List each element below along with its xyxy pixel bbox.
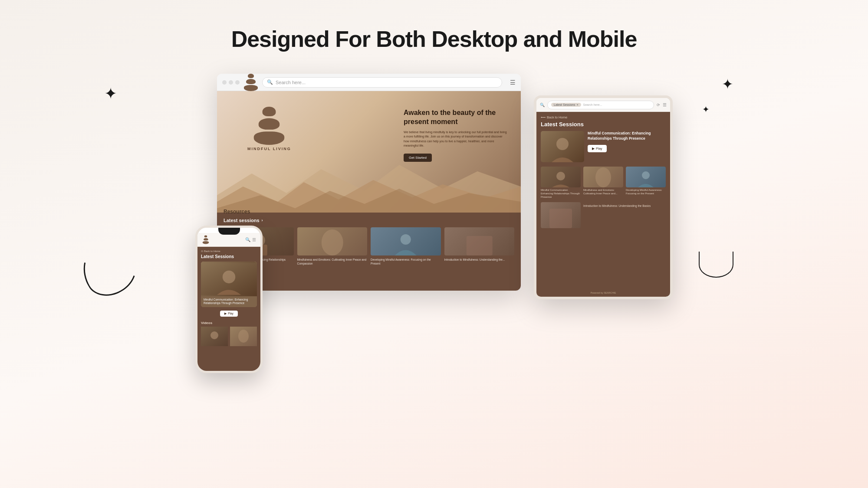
desktop-sessions-title: Latest sessions › xyxy=(224,218,514,223)
stone-top xyxy=(248,74,254,78)
phone-featured-card: Mindful Communication: Enhancing Relatio… xyxy=(201,262,257,307)
tablet-featured-info: Mindful Communication: Enhancing Relatio… xyxy=(588,131,666,152)
tablet-grid-item-1: Mindful Communication Enhancing Relation… xyxy=(541,167,581,199)
phone-body: ⊙ Back to Home Latest Sessions xyxy=(197,247,260,371)
tablet-grid-title-2: Mindfulness and Emotions: Cultivating In… xyxy=(583,189,623,196)
tablet-grid-title-1: Mindful Communication Enhancing Relation… xyxy=(541,189,581,199)
tag-close-icon[interactable]: × xyxy=(576,103,578,106)
session-card-2: Mindfulness and Emotions: Cultivating In… xyxy=(297,227,368,265)
sessions-arrow: › xyxy=(262,218,263,223)
tablet-featured-session: Mindful Communication: Enhancing Relatio… xyxy=(536,131,670,167)
phone-play-icon: ▶ xyxy=(224,312,227,315)
desktop-hero-logo: MINDFUL LIVING xyxy=(247,117,291,151)
svg-point-11 xyxy=(223,271,235,283)
phone-back-circle-icon: ⊙ xyxy=(201,249,203,252)
phone-notch xyxy=(218,228,240,235)
get-started-button[interactable]: Get Started xyxy=(404,154,432,162)
svg-point-7 xyxy=(595,167,611,187)
desktop-search-bar[interactable]: 🔍 Search here... xyxy=(262,77,502,88)
phone-featured-title: Mindful Communication: Enhancing Relatio… xyxy=(201,296,257,307)
tablet-sessions-title: Latest Sessions xyxy=(536,121,670,131)
phone-play-button[interactable]: ▶ Play xyxy=(220,311,238,317)
phone-header-icons: 🔍 ☰ xyxy=(245,237,256,242)
session-cards: Mindful Communication: Enhancing Relatio… xyxy=(224,227,514,265)
stone-mid xyxy=(246,79,256,84)
page-title: Designed For Both Desktop and Mobile xyxy=(231,26,637,52)
phone-stone-icon xyxy=(203,236,209,244)
tablet-search-tag: Latest Sessions × xyxy=(551,103,581,107)
tablet-grid-thumb-3 xyxy=(626,167,666,187)
svg-point-6 xyxy=(556,172,565,180)
tablet-grid-thumb-1 xyxy=(541,167,581,187)
svg-point-8 xyxy=(642,171,650,179)
tablet-grid-thumb-2 xyxy=(583,167,623,187)
tablet-hamburger-icon[interactable]: ☰ xyxy=(663,102,667,107)
hamburger-icon[interactable]: ☰ xyxy=(510,79,516,86)
desktop-browser-bar: 🔍 Search here... ☰ xyxy=(217,74,521,91)
search-icon: 🔍 xyxy=(267,79,273,85)
phone-videos-row xyxy=(197,327,260,346)
phone-logo xyxy=(202,234,210,245)
tablet-bottom-thumb xyxy=(541,202,581,228)
tablet-refresh-icon: ⟳ xyxy=(657,103,660,107)
tablet-grid: Mindful Communication Enhancing Relation… xyxy=(536,167,670,202)
session-card-4: Introduction to Mindfulness: Understandi… xyxy=(444,227,515,265)
star-decoration-3: ✦ xyxy=(702,104,710,115)
tablet-mockup: 🔍 Latest Sessions × Search here... ⟳ ☰ ⟵… xyxy=(534,95,673,299)
svg-rect-4 xyxy=(466,236,492,255)
phone-header: 🔍 ☰ xyxy=(197,233,260,247)
browser-dots xyxy=(222,80,240,85)
svg-point-15 xyxy=(238,330,249,343)
browser-dot-3 xyxy=(235,80,240,85)
svg-point-5 xyxy=(556,138,569,150)
phone-video-thumb-1 xyxy=(201,327,228,346)
resources-label: Resources xyxy=(224,209,250,215)
tablet-featured-thumb xyxy=(541,131,584,162)
hero-mountains xyxy=(217,160,521,213)
tablet-search-bar[interactable]: Latest Sessions × Search here... xyxy=(547,101,654,109)
desktop-hero: MINDFUL LIVING Awaken to the beauty of t… xyxy=(217,91,521,213)
browser-dot-2 xyxy=(229,80,233,85)
play-icon: ▶ xyxy=(592,147,595,151)
desktop-logo-small xyxy=(244,74,258,91)
star-decoration-1: ✦ xyxy=(104,85,117,103)
session-card-title-2: Mindfulness and Emotions: Cultivating In… xyxy=(297,258,368,265)
desktop-hero-text: Awaken to the beauty of the present mome… xyxy=(404,108,508,162)
phone-mockup: 🔍 ☰ ⊙ Back to Home Latest Sessions xyxy=(195,226,263,373)
phone-search-icon[interactable]: 🔍 xyxy=(245,237,250,242)
tablet-search-icon: 🔍 xyxy=(540,103,545,107)
phone-sessions-title: Latest Sessions xyxy=(197,253,260,262)
tablet-search-placeholder: Search here... xyxy=(583,103,602,106)
decoration-curve-left xyxy=(73,233,144,305)
phone-video-thumb-2 xyxy=(230,327,257,346)
back-arrow-icon: ⟵ xyxy=(541,115,546,119)
search-placeholder-text: Search here... xyxy=(276,80,306,85)
desktop-sessions-section: Latest sessions › Mindful Communication:… xyxy=(217,213,521,291)
tablet-bottom-title: Introduction to Mindfulness: Understandi… xyxy=(583,204,651,208)
phone-menu-icon[interactable]: ☰ xyxy=(252,237,256,242)
session-card-title-4: Introduction to Mindfulness: Understandi… xyxy=(444,258,515,262)
tablet-footer: Powered by SEARCHIE xyxy=(536,291,670,294)
decoration-curve-right xyxy=(699,252,733,278)
hero-title: Awaken to the beauty of the present mome… xyxy=(404,108,508,127)
browser-dot-1 xyxy=(222,80,227,85)
stone-bot xyxy=(244,85,258,91)
star-decoration-2: ✦ xyxy=(722,76,733,92)
svg-point-3 xyxy=(401,234,411,245)
session-card-title-3: Developing Mindful Awareness: Focusing o… xyxy=(371,258,441,265)
session-thumb-3 xyxy=(371,227,441,255)
phone-back-button[interactable]: ⊙ Back to Home xyxy=(197,247,260,253)
session-card-3: Developing Mindful Awareness: Focusing o… xyxy=(371,227,441,265)
hero-logo-text: MINDFUL LIVING xyxy=(247,147,291,151)
tablet-content: ⟵ Back to Home Latest Sessions Mindful C… xyxy=(536,112,670,297)
svg-point-13 xyxy=(210,331,218,339)
session-thumb-4 xyxy=(444,227,515,255)
tablet-play-button[interactable]: ▶ Play xyxy=(588,145,607,152)
session-thumb-2 xyxy=(297,227,368,255)
tablet-back-button[interactable]: ⟵ Back to Home xyxy=(536,112,670,121)
hero-stone-icon xyxy=(254,107,284,145)
phone-content: 🔍 ☰ ⊙ Back to Home Latest Sessions xyxy=(197,228,260,371)
svg-rect-9 xyxy=(549,209,572,228)
svg-point-2 xyxy=(321,229,343,255)
devices-container: 🔍 Search here... ☰ MINDFUL LIVING xyxy=(195,74,673,377)
